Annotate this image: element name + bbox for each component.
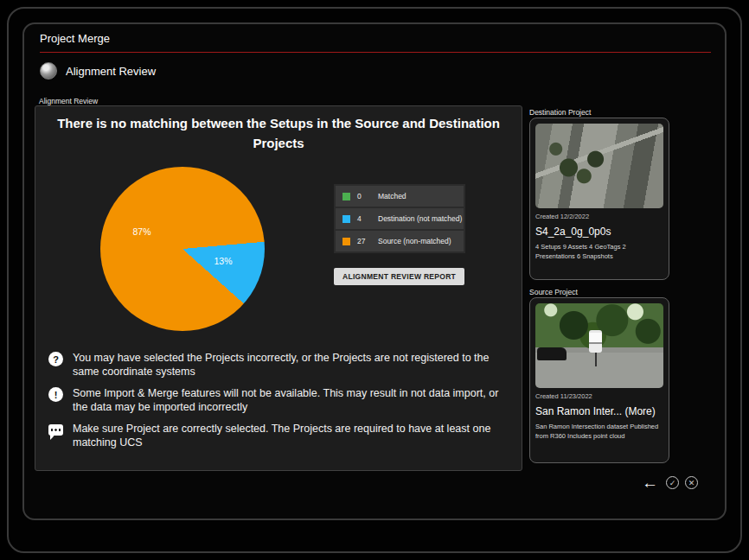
project-merge-window: Project Merge Alignment Review Alignment… — [7, 7, 742, 553]
legend-count: 4 — [357, 214, 378, 223]
pie-chart: 87% 13% — [100, 167, 265, 331]
legend-row-destination: 4 Destination (not matched) — [336, 208, 464, 229]
legend-label: Source (non-matched) — [378, 237, 464, 245]
footer-actions: ← ✓ ✕ — [642, 474, 698, 491]
source-details: San Ramon Intersection dataset Published… — [535, 423, 663, 442]
note-item: ? You may have selected the Projects inc… — [48, 351, 500, 379]
note-text: Some Import & Merge features will not be… — [73, 386, 500, 415]
question-icon: ? — [48, 352, 63, 366]
legend-count: 27 — [357, 237, 378, 245]
note-item: Make sure Project are correctly selected… — [48, 422, 500, 450]
legend-row-source: 27 Source (non-matched) — [336, 231, 464, 251]
source-thumbnail — [535, 303, 663, 388]
step-title: Alignment Review — [66, 65, 156, 78]
pie-label-destination: 13% — [214, 256, 232, 266]
legend-row-matched: 0 Matched — [336, 186, 464, 207]
alignment-review-report-button[interactable]: ALIGNMENT REVIEW REPORT — [334, 268, 464, 285]
destination-swatch — [342, 215, 350, 223]
destination-details: 4 Setups 9 Assets 4 GeoTags 2 Presentati… — [535, 243, 663, 262]
note-text: You may have selected the Projects incor… — [73, 351, 500, 379]
legend-label: Destination (not matched) — [378, 214, 464, 223]
panel-heading: There is no matching between the Setups … — [49, 113, 508, 154]
dialog-content: Project Merge Alignment Review Alignment… — [22, 22, 727, 520]
matched-swatch — [342, 193, 350, 200]
pie-label-source: 87% — [132, 226, 150, 237]
source-name: San Ramon Inter... (More) — [535, 405, 663, 417]
note-item: ! Some Import & Merge features will not … — [48, 386, 500, 415]
step-header: Alignment Review — [40, 62, 156, 80]
destination-thumbnail — [535, 124, 663, 208]
alignment-review-panel: There is no matching between the Setups … — [35, 105, 522, 471]
confirm-check-icon[interactable]: ✓ — [666, 476, 679, 489]
legend-label: Matched — [378, 192, 464, 200]
alignment-review-icon — [40, 62, 57, 80]
window-title: Project Merge — [40, 32, 110, 45]
destination-name: S4_2a_0g_0p0s — [535, 226, 663, 238]
title-divider — [40, 52, 711, 53]
laser-scanner — [589, 330, 602, 353]
source-swatch — [342, 238, 350, 245]
cancel-x-icon[interactable]: ✕ — [685, 476, 698, 489]
scanner-tripod — [595, 353, 597, 366]
source-project-label: Source Project — [529, 288, 578, 296]
legend-count: 0 — [357, 192, 378, 200]
back-arrow-icon[interactable]: ← — [642, 474, 658, 491]
source-created: Created 11/23/2022 — [535, 392, 663, 400]
comment-icon — [48, 424, 63, 436]
source-project-card[interactable]: Created 11/23/2022 San Ramon Inter... (M… — [529, 297, 669, 463]
note-text: Make sure Project are correctly selected… — [73, 422, 500, 450]
car-shape — [537, 347, 567, 360]
panel-section-label: Alignment Review — [39, 97, 98, 105]
destination-project-card[interactable]: Created 12/2/2022 S4_2a_0g_0p0s 4 Setups… — [529, 118, 669, 280]
destination-created: Created 12/2/2022 — [535, 213, 663, 220]
legend: 0 Matched 4 Destination (not matched) 27… — [334, 184, 465, 253]
exclamation-icon: ! — [48, 387, 63, 402]
destination-project-label: Destination Project — [529, 108, 591, 117]
